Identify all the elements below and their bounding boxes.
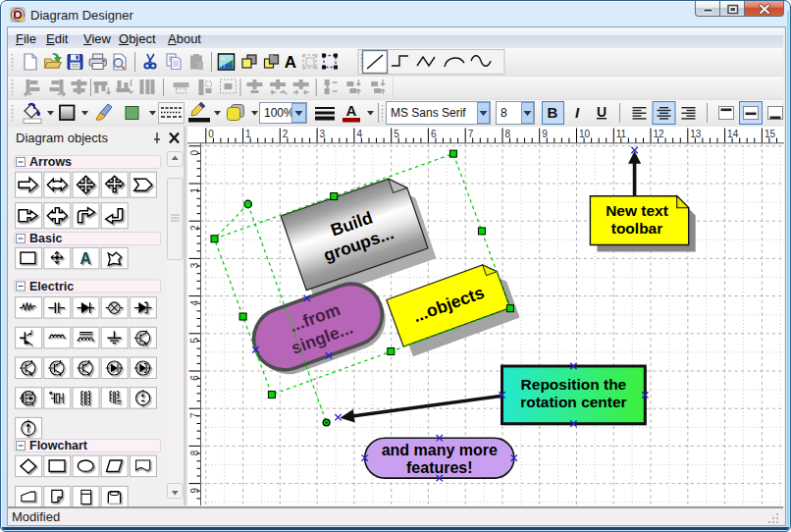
svg-text:features!: features!	[406, 459, 473, 476]
svg-text:B: B	[548, 104, 558, 121]
svg-text:rotation center: rotation center	[520, 394, 627, 410]
svg-text:U: U	[597, 104, 606, 120]
svg-text:1: 1	[245, 129, 251, 139]
svg-text:toolbar: toolbar	[611, 220, 663, 237]
svg-text:9: 9	[542, 129, 548, 139]
svg-text:8: 8	[505, 129, 511, 139]
svg-text:14: 14	[727, 129, 739, 139]
svg-text:5: 5	[394, 129, 399, 139]
svg-text:2: 2	[283, 129, 289, 139]
svg-text:15: 15	[765, 129, 776, 139]
svg-text:0: 0	[189, 150, 200, 156]
svg-text:New text: New text	[606, 202, 668, 219]
svg-text:100%: 100%	[264, 106, 294, 120]
svg-text:7: 7	[189, 412, 200, 418]
svg-text:Reposition the: Reposition the	[521, 376, 627, 393]
svg-text:4: 4	[356, 129, 362, 139]
svg-text:MS Sans Serif: MS Sans Serif	[391, 106, 466, 120]
svg-text:Arrows: Arrows	[29, 155, 72, 169]
svg-text:13: 13	[690, 129, 702, 139]
svg-text:5: 5	[189, 338, 200, 344]
svg-text:3: 3	[320, 129, 326, 139]
svg-text:Electric: Electric	[29, 280, 74, 293]
svg-text:Basic: Basic	[29, 232, 62, 245]
svg-text:A: A	[285, 53, 296, 72]
svg-text:12: 12	[654, 129, 665, 139]
svg-text:A: A	[80, 250, 92, 267]
svg-text:3: 3	[189, 262, 200, 268]
svg-text:4: 4	[189, 299, 200, 305]
svg-text:I: I	[575, 104, 580, 121]
svg-text:1: 1	[189, 187, 200, 193]
svg-text:and many more: and many more	[382, 442, 498, 458]
svg-text:8: 8	[501, 106, 507, 120]
svg-text:0: 0	[208, 129, 214, 139]
svg-text:A: A	[346, 102, 357, 119]
svg-text:9: 9	[189, 487, 200, 493]
svg-text:2: 2	[189, 225, 200, 231]
svg-text:Flowchart: Flowchart	[29, 439, 88, 452]
svg-text:8: 8	[189, 450, 200, 455]
svg-text:10: 10	[579, 129, 591, 139]
svg-text:7: 7	[468, 129, 474, 139]
svg-text:11: 11	[616, 129, 627, 139]
svg-text:6: 6	[431, 129, 437, 139]
svg-text:6: 6	[189, 375, 200, 381]
